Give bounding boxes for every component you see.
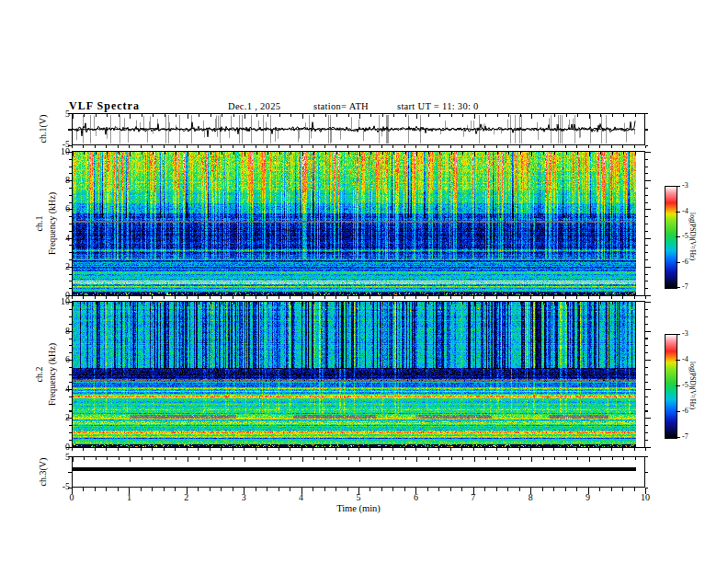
freq-tick-label: 4 (65, 385, 70, 394)
x-tick-label: 5 (357, 493, 361, 502)
colorbar-tick (676, 360, 680, 361)
x-tick-label: 10 (641, 493, 650, 502)
ch1-spectrogram-canvas (73, 152, 636, 295)
ch3-flat-trace (73, 467, 636, 471)
colorbar-tick-label: -6 (682, 259, 688, 266)
plot-title: VLF Spectra (69, 99, 140, 113)
colorbar-tick-label: -7 (682, 283, 688, 291)
freq-minor-ticks (69, 152, 72, 296)
colorbar-tick-label: -7 (682, 433, 688, 441)
x-tick-label: 6 (414, 493, 418, 502)
colorbar-tick-label: -4 (682, 208, 688, 215)
x-tick-label: 2 (184, 493, 188, 502)
spec2-channel-label: ch.2 (34, 367, 44, 383)
freq-tick-label: 8 (65, 176, 70, 185)
colorbar-ch1 (665, 186, 677, 289)
colorbar-tick (676, 262, 680, 263)
x-tick-label: 4 (299, 493, 303, 502)
panel-bottom-minor-ticks (72, 296, 646, 299)
volt-tick-label: -5 (63, 140, 70, 149)
freq-tick-label: 2 (65, 413, 70, 422)
spec2-frequency-axis-label: Frequency (kHz) (47, 343, 57, 406)
colorbar-tick (676, 334, 680, 335)
colorbar-ch1-label: log(PSD)(V²/Hz) (688, 213, 697, 260)
plot-station: station= ATH (313, 101, 369, 111)
ch1-voltage-axis-label: ch.1(V) (38, 115, 48, 144)
time-axis-label: Time (min) (336, 504, 381, 513)
plot-date: Dec.1 , 2025 (228, 101, 280, 111)
volt-tick-label: 5 (65, 109, 70, 119)
panel-top-major-ticks (73, 457, 636, 462)
freq-tick-label: 6 (65, 204, 70, 213)
colorbar-tick (676, 236, 680, 237)
colorbar-tick (676, 385, 680, 386)
volt-tick-label: -5 (63, 482, 70, 491)
volt-major-ticks-right (645, 456, 648, 488)
colorbar-tick-label: -6 (682, 408, 688, 415)
volt-major-ticks-right (645, 113, 648, 146)
freq-tick-label: 10 (61, 297, 70, 306)
colorbar-ch2-label: log(PSD)(V²/Hz) (688, 362, 697, 409)
freq-tick-label: 6 (65, 355, 70, 364)
plot-start-ut: start UT = 11: 30: 0 (397, 101, 479, 111)
colorbar-tick-label: -3 (682, 330, 688, 338)
volt-tick-label: 5 (65, 453, 70, 462)
colorbar-tick-label: -5 (682, 233, 688, 240)
x-tick-label: 8 (529, 493, 533, 502)
x-tick-label: 0 (70, 493, 74, 502)
panel-top-major-ticks (73, 152, 636, 156)
colorbar-tick (676, 411, 680, 412)
x-major-ticks (72, 488, 646, 494)
freq-tick-label: 8 (65, 327, 70, 336)
x-tick-label: 9 (586, 493, 590, 502)
panel-bottom-minor-ticks (72, 448, 646, 451)
freq-tick-label: 2 (65, 262, 70, 271)
spec1-frequency-axis-label: Frequency (kHz) (47, 192, 57, 255)
freq-tick-label: 4 (65, 234, 70, 243)
panel-top-major-ticks (73, 302, 636, 306)
vlf-spectra-plot: VLF Spectra Dec.1 , 2025 station= ATH st… (0, 0, 728, 563)
x-tick-label: 1 (127, 493, 131, 502)
colorbar-tick-label: -3 (682, 182, 688, 190)
ch2-spectrogram-canvas (73, 302, 636, 447)
colorbar-tick-label: -5 (682, 382, 688, 389)
colorbar-tick (676, 287, 680, 288)
colorbar-tick-label: -4 (682, 356, 688, 363)
colorbar-tick (676, 186, 680, 187)
colorbar-tick (676, 212, 680, 213)
spec1-channel-label: ch.1 (34, 216, 44, 232)
colorbar-tick (676, 437, 680, 438)
x-tick-label: 3 (242, 493, 246, 502)
freq-minor-ticks-right (645, 152, 648, 296)
freq-minor-ticks-right (645, 302, 648, 448)
freq-minor-ticks (69, 302, 72, 448)
freq-tick-label: 0 (65, 442, 70, 452)
colorbar-ch2 (665, 334, 677, 439)
ch3-voltage-axis-label: ch.3(V) (38, 458, 48, 487)
panel-top-major-ticks (73, 114, 636, 119)
x-tick-label: 7 (471, 493, 475, 502)
panel-bottom-minor-ticks (72, 145, 646, 148)
